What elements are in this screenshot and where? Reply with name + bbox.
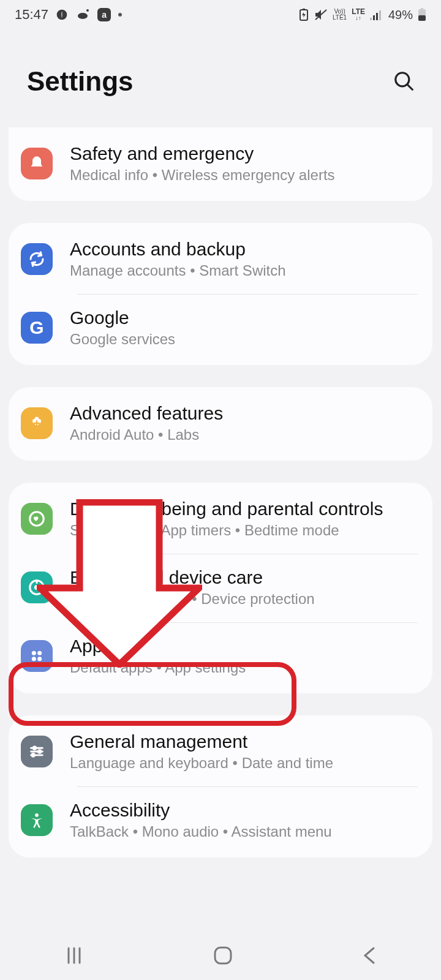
settings-item-safety[interactable]: Safety and emergency Medical info • Wire…	[9, 130, 432, 198]
volte-icon: Vo)) LTE1	[333, 9, 347, 21]
settings-group: General management Language and keyboard…	[9, 715, 432, 858]
status-app-icon	[56, 9, 68, 21]
svg-point-21	[32, 657, 36, 661]
svg-point-29	[35, 813, 39, 817]
settings-item-advanced[interactable]: Advanced features Android Auto • Labs	[9, 390, 432, 458]
row-sub: Default apps • App settings	[70, 659, 246, 676]
search-button[interactable]	[390, 67, 419, 96]
status-more-dot	[118, 13, 122, 17]
nav-recents[interactable]	[64, 946, 85, 965]
svg-rect-4	[373, 15, 375, 20]
battery-saver-icon	[298, 9, 309, 21]
network-type: LTE ↓↑	[352, 8, 365, 21]
settings-item-accounts[interactable]: Accounts and backup Manage accounts • Sm…	[9, 225, 432, 294]
signal-icon	[370, 9, 383, 20]
settings-item-general[interactable]: General management Language and keyboard…	[9, 718, 432, 786]
svg-rect-3	[370, 18, 372, 20]
google-icon: G	[21, 312, 53, 344]
row-title: Safety and emergency	[70, 143, 335, 164]
row-sub: TalkBack • Mono audio • Assistant menu	[70, 823, 332, 840]
plus-flower-icon	[21, 407, 53, 439]
row-title: Battery and device care	[70, 567, 315, 588]
android-navbar	[0, 931, 441, 980]
svg-point-22	[37, 657, 42, 661]
svg-rect-12	[36, 160, 37, 164]
svg-rect-9	[421, 8, 423, 9]
apps-icon	[21, 640, 53, 672]
settings-group: Digital Wellbeing and parental controls …	[9, 483, 432, 693]
svg-rect-6	[379, 10, 381, 20]
status-bar: 15:47 a Vo)) LTE1 LTE ↓↑ 49%	[0, 0, 441, 29]
svg-rect-8	[418, 15, 426, 21]
svg-point-26	[38, 750, 41, 753]
svg-rect-33	[215, 948, 231, 963]
svg-point-10	[396, 73, 409, 86]
svg-point-18	[36, 586, 39, 589]
row-sub: Google services	[70, 331, 175, 348]
row-sub: Android Auto • Labs	[70, 426, 223, 443]
svg-point-20	[37, 651, 42, 655]
settings-item-devicecare[interactable]: Battery and device care Storage • Memory…	[9, 554, 432, 622]
row-title: Accounts and backup	[70, 239, 286, 260]
row-title: Advanced features	[70, 403, 223, 424]
device-care-icon	[21, 571, 53, 603]
nav-back[interactable]	[361, 946, 377, 965]
alert-icon	[21, 148, 53, 179]
status-amazon-icon: a	[97, 8, 111, 21]
search-icon	[393, 70, 416, 93]
mute-icon	[314, 9, 328, 21]
row-title: Digital Wellbeing and parental controls	[70, 499, 383, 519]
sliders-icon	[21, 736, 53, 767]
settings-item-google[interactable]: G Google Google services	[9, 294, 432, 363]
row-sub: Language and keyboard • Date and time	[70, 755, 333, 772]
settings-group: Advanced features Android Auto • Labs	[9, 387, 432, 461]
settings-header: Settings	[0, 29, 441, 127]
settings-item-wellbeing[interactable]: Digital Wellbeing and parental controls …	[9, 485, 432, 554]
settings-item-apps[interactable]: Apps Default apps • App settings	[9, 622, 432, 691]
row-sub: Screen time • App timers • Bedtime mode	[70, 522, 383, 539]
svg-rect-13	[36, 164, 37, 165]
settings-group: Accounts and backup Manage accounts • Sm…	[9, 223, 432, 365]
row-sub: Medical info • Wireless emergency alerts	[70, 167, 335, 184]
row-title: Apps	[70, 636, 246, 657]
accessibility-icon	[21, 804, 53, 836]
row-sub: Storage • Memory • Device protection	[70, 590, 315, 608]
page-title: Settings	[27, 66, 134, 97]
row-sub: Manage accounts • Smart Switch	[70, 262, 286, 279]
svg-point-19	[32, 651, 36, 655]
status-reddit-icon	[75, 9, 90, 21]
row-title: General management	[70, 731, 333, 752]
row-title: Google	[70, 307, 175, 328]
status-time: 15:47	[15, 7, 48, 23]
nav-home[interactable]	[213, 945, 233, 966]
settings-item-accessibility[interactable]: Accessibility TalkBack • Mono audio • As…	[9, 786, 432, 855]
row-title: Accessibility	[70, 800, 332, 821]
wellbeing-icon	[21, 503, 53, 535]
svg-point-28	[32, 754, 35, 757]
svg-rect-1	[303, 9, 305, 10]
svg-rect-5	[376, 13, 378, 20]
battery-icon	[418, 8, 426, 21]
svg-rect-15	[34, 423, 39, 424]
svg-point-24	[33, 747, 36, 750]
status-right: Vo)) LTE1 LTE ↓↑ 49%	[298, 8, 426, 22]
svg-line-11	[407, 85, 413, 91]
sync-icon	[21, 243, 53, 275]
status-left: 15:47 a	[15, 7, 122, 23]
settings-group: Safety and emergency Medical info • Wire…	[9, 127, 432, 201]
battery-percent: 49%	[388, 8, 413, 22]
